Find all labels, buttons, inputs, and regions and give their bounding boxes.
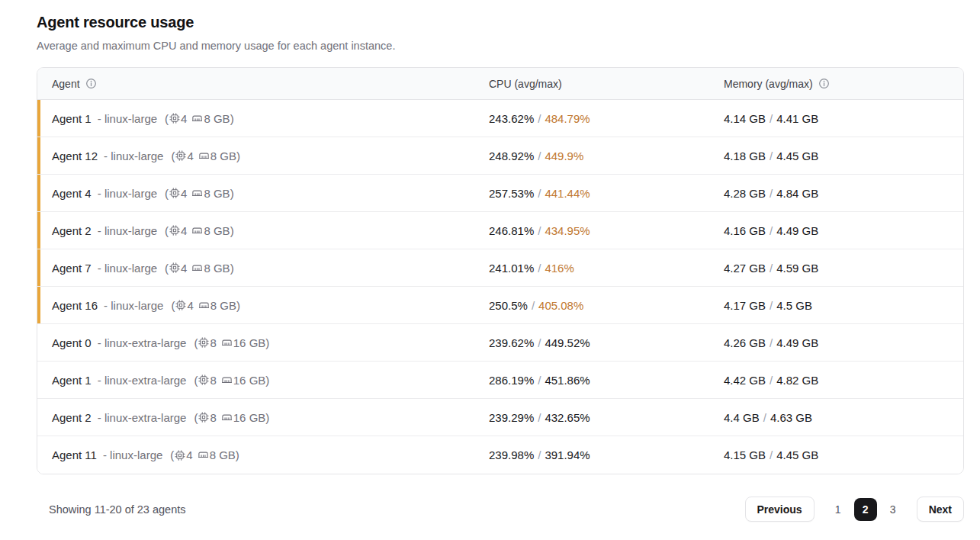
cpu-chip-icon bbox=[198, 412, 209, 423]
specs-paren-close: ) bbox=[265, 374, 269, 387]
agent-ram-amount: 8 GB bbox=[210, 149, 236, 162]
table-row: Agent 0 - linux-extra-large ( 8 bbox=[37, 324, 963, 362]
specs-paren-open: ( bbox=[165, 112, 169, 125]
cpu-max-value: 405.08% bbox=[538, 299, 583, 312]
high-usage-indicator bbox=[37, 249, 40, 286]
agent-cpu-count: 4 bbox=[181, 112, 187, 125]
memory-usage-cell: 4.28 GB/4.84 GB bbox=[724, 187, 963, 200]
agent-usage-table: Agent CPU (avg/max) Memory (avg/max) bbox=[37, 67, 964, 474]
page-number-2-current[interactable]: 2 bbox=[854, 498, 877, 521]
memory-max-value: 4.5 GB bbox=[776, 299, 812, 312]
memory-usage-cell: 4.26 GB/4.49 GB bbox=[724, 336, 963, 349]
agent-name: Agent 16 bbox=[52, 299, 98, 312]
cpu-usage-cell: 239.29%/432.65% bbox=[489, 411, 724, 424]
memory-max-value: 4.45 GB bbox=[776, 448, 818, 461]
agent-specs: ( 4 8 GB ) bbox=[165, 224, 234, 237]
next-page-button[interactable]: Next bbox=[917, 497, 964, 522]
info-icon[interactable] bbox=[85, 78, 97, 89]
agent-cell: Agent 2 - linux-extra-large ( 8 bbox=[37, 411, 489, 424]
agent-cpu-count: 4 bbox=[186, 448, 192, 461]
cpu-usage-cell: 250.5%/405.08% bbox=[489, 299, 724, 312]
agent-name: Agent 4 bbox=[52, 187, 92, 200]
cpu-usage-cell: 239.98%/391.94% bbox=[489, 448, 724, 461]
specs-paren-close: ) bbox=[230, 224, 234, 237]
high-usage-indicator bbox=[37, 287, 40, 323]
cpu-chip-icon bbox=[175, 150, 186, 161]
table-row: Agent 11 - linux-large ( 4 bbox=[37, 436, 963, 474]
specs-paren-close: ) bbox=[236, 299, 240, 312]
agent-name: Agent 2 bbox=[52, 224, 92, 237]
memory-usage-cell: 4.4 GB/4.63 GB bbox=[724, 411, 963, 424]
agent-cpu-count: 4 bbox=[181, 262, 187, 275]
column-header-memory-label: Memory (avg/max) bbox=[724, 78, 813, 90]
value-separator: / bbox=[766, 299, 776, 312]
agent-ram-amount: 16 GB bbox=[233, 374, 266, 387]
table-header: Agent CPU (avg/max) Memory (avg/max) bbox=[37, 68, 963, 100]
value-separator: / bbox=[534, 411, 545, 424]
agent-specs: ( 8 16 GB bbox=[194, 336, 269, 349]
agent-specs: ( 4 8 GB ) bbox=[165, 262, 234, 275]
memory-usage-cell: 4.15 GB/4.45 GB bbox=[724, 448, 963, 461]
cpu-chip-icon bbox=[169, 262, 180, 273]
page-number-list: 1 2 3 bbox=[824, 498, 907, 521]
agent-name: Agent 1 bbox=[52, 374, 92, 387]
agent-instance-type: - linux-large bbox=[98, 224, 157, 237]
agent-cpu-count: 8 bbox=[210, 336, 216, 349]
column-header-cpu-label: CPU (avg/max) bbox=[489, 78, 562, 90]
agent-cell: Agent 1 - linux-large ( 4 bbox=[37, 112, 489, 125]
agent-ram-amount: 16 GB bbox=[233, 336, 266, 349]
table-row: Agent 2 - linux-large ( 4 bbox=[37, 212, 963, 249]
previous-page-button[interactable]: Previous bbox=[745, 497, 815, 522]
cpu-avg-value: 239.29% bbox=[489, 411, 534, 424]
specs-paren-close: ) bbox=[236, 448, 239, 461]
memory-max-value: 4.84 GB bbox=[776, 187, 818, 200]
info-icon[interactable] bbox=[818, 78, 830, 89]
cpu-chip-icon bbox=[175, 450, 185, 461]
value-separator: / bbox=[766, 336, 776, 349]
cpu-usage-cell: 243.62%/484.79% bbox=[489, 112, 724, 125]
value-separator: / bbox=[534, 448, 545, 461]
cpu-chip-icon bbox=[198, 374, 209, 385]
value-separator: / bbox=[534, 374, 545, 387]
agent-ram-amount: 8 GB bbox=[210, 448, 236, 461]
memory-icon bbox=[221, 412, 233, 423]
memory-icon bbox=[191, 188, 203, 199]
cpu-usage-cell: 239.62%/449.52% bbox=[489, 336, 724, 349]
cpu-chip-icon bbox=[198, 337, 209, 348]
cpu-avg-value: 246.81% bbox=[489, 224, 534, 237]
specs-paren-open: ( bbox=[165, 187, 169, 200]
cpu-max-value: 391.94% bbox=[545, 448, 590, 461]
table-row: Agent 2 - linux-extra-large ( 8 bbox=[37, 399, 963, 436]
specs-paren-open: ( bbox=[194, 411, 198, 424]
specs-paren-close: ) bbox=[230, 112, 234, 125]
value-separator: / bbox=[766, 224, 776, 237]
agent-ram-amount: 8 GB bbox=[210, 299, 236, 312]
cpu-max-value: 449.52% bbox=[545, 336, 590, 349]
value-separator: / bbox=[766, 448, 776, 461]
agent-instance-type: - linux-extra-large bbox=[98, 411, 187, 424]
agent-specs: ( 4 8 GB ) bbox=[165, 187, 234, 200]
memory-avg-value: 4.15 GB bbox=[724, 448, 766, 461]
cpu-avg-value: 243.62% bbox=[489, 112, 534, 125]
memory-usage-cell: 4.17 GB/4.5 GB bbox=[724, 299, 963, 312]
value-separator: / bbox=[766, 374, 776, 387]
page-number-1[interactable]: 1 bbox=[827, 498, 850, 521]
table-row: Agent 1 - linux-large ( 4 bbox=[37, 100, 963, 137]
cpu-avg-value: 239.98% bbox=[489, 448, 534, 461]
value-separator: / bbox=[534, 336, 545, 349]
value-separator: / bbox=[528, 299, 538, 312]
agent-ram-amount: 16 GB bbox=[233, 411, 266, 424]
agent-instance-type: - linux-large bbox=[104, 299, 163, 312]
cpu-chip-icon bbox=[175, 300, 186, 310]
specs-paren-close: ) bbox=[230, 187, 234, 200]
specs-paren-open: ( bbox=[165, 224, 169, 237]
agent-cpu-count: 4 bbox=[187, 149, 193, 162]
memory-avg-value: 4.17 GB bbox=[724, 299, 766, 312]
agent-instance-type: - linux-large bbox=[103, 448, 162, 461]
agent-name: Agent 0 bbox=[52, 336, 92, 349]
value-separator: / bbox=[534, 262, 545, 275]
high-usage-indicator bbox=[37, 100, 40, 137]
agent-cpu-count: 8 bbox=[210, 411, 216, 424]
agent-instance-type: - linux-extra-large bbox=[98, 336, 187, 349]
page-number-3[interactable]: 3 bbox=[882, 498, 904, 521]
